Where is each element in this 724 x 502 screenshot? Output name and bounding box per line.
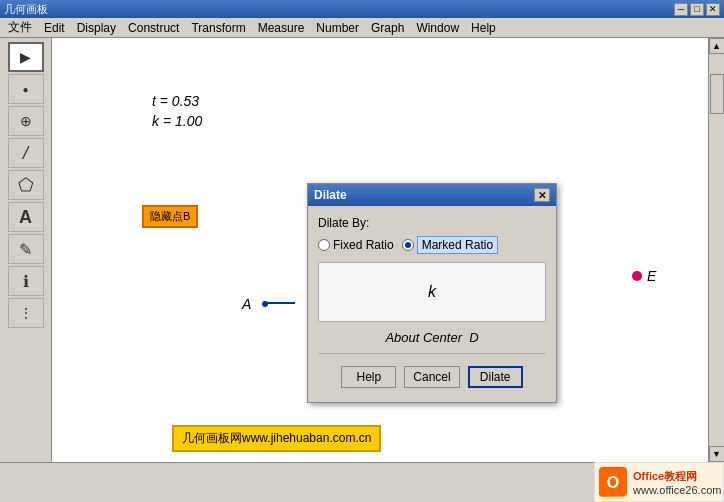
dilate-dialog: Dilate ✕ Dilate By: Fixed Ratio (307, 183, 557, 403)
v-scroll-thumb[interactable] (710, 74, 724, 114)
t-label: t = 0.53 (152, 93, 199, 109)
line-tool[interactable]: / (8, 138, 44, 168)
dialog-title-bar: Dilate ✕ (308, 184, 556, 206)
menu-graph[interactable]: Graph (365, 19, 410, 37)
menu-number[interactable]: Number (310, 19, 365, 37)
marker-tool[interactable]: ✎ (8, 234, 44, 264)
v-scroll-track[interactable] (709, 54, 724, 446)
k-label: k = 1.00 (152, 113, 202, 129)
title-bar-left: 几何画板 (4, 2, 48, 17)
more-tool[interactable]: ⋮ (8, 298, 44, 328)
title-bar: 几何画板 ─ □ ✕ (0, 0, 724, 18)
marked-ratio-radio[interactable] (402, 239, 414, 251)
office-icon: O (599, 467, 627, 497)
point-e-label: E (647, 268, 656, 284)
point-tool[interactable]: ● (8, 74, 44, 104)
center-point: D (469, 330, 478, 345)
menu-edit[interactable]: Edit (38, 19, 71, 37)
menu-construct[interactable]: Construct (122, 19, 185, 37)
about-center-label: About Center (385, 330, 462, 345)
app-title: 几何画板 (4, 2, 48, 17)
office-logo: O Office教程网 www.office26.com (594, 462, 724, 502)
k-symbol: k (428, 283, 436, 300)
office-url: www.office26.com (633, 484, 721, 496)
menu-file[interactable]: 文件 (2, 17, 38, 38)
menu-display[interactable]: Display (71, 19, 122, 37)
office-text: Office教程网 www.office26.com (633, 469, 721, 496)
radio-row: Fixed Ratio Marked Ratio (318, 236, 546, 254)
close-button[interactable]: ✕ (706, 3, 720, 16)
main-area: ▶ ● ⊕ / ⬠ A ✎ ℹ ⋮ t = 0.53 k = 1.00 隐藏点B (0, 38, 724, 478)
menu-bar: 文件 Edit Display Construct Transform Meas… (0, 18, 724, 38)
marked-ratio-label: Marked Ratio (417, 236, 498, 254)
dialog-buttons: Help Cancel Dilate (318, 360, 546, 392)
dialog-title: Dilate (314, 188, 347, 202)
point-e-dot (632, 271, 642, 281)
dilate-button[interactable]: Dilate (468, 366, 523, 388)
v-scroll-down[interactable]: ▼ (709, 446, 725, 462)
info-tool[interactable]: ℹ (8, 266, 44, 296)
polygon-tool[interactable]: ⬠ (8, 170, 44, 200)
toolbar: ▶ ● ⊕ / ⬠ A ✎ ℹ ⋮ (0, 38, 52, 478)
title-bar-controls[interactable]: ─ □ ✕ (674, 3, 720, 16)
help-button[interactable]: Help (341, 366, 396, 388)
menu-transform[interactable]: Transform (185, 19, 251, 37)
svg-text:O: O (607, 474, 619, 491)
menu-help[interactable]: Help (465, 19, 502, 37)
point-a-line (265, 302, 295, 304)
text-tool[interactable]: A (8, 202, 44, 232)
menu-window[interactable]: Window (410, 19, 465, 37)
maximize-button[interactable]: □ (690, 3, 704, 16)
about-center: About Center D (318, 330, 546, 345)
fixed-ratio-radio[interactable] (318, 239, 330, 251)
dilate-by-label: Dilate By: (318, 216, 546, 230)
v-scrollbar: ▲ ▼ (708, 38, 724, 462)
menu-measure[interactable]: Measure (252, 19, 311, 37)
canvas-area: t = 0.53 k = 1.00 隐藏点B A E 几何画板网www.jihe… (52, 38, 708, 462)
marked-ratio-option[interactable]: Marked Ratio (402, 236, 498, 254)
k-display: k (318, 262, 546, 322)
point-a-label: A (242, 296, 251, 312)
office-site-name: Office教程网 (633, 469, 721, 484)
fixed-ratio-label: Fixed Ratio (333, 238, 394, 252)
v-scroll-up[interactable]: ▲ (709, 38, 725, 54)
minimize-button[interactable]: ─ (674, 3, 688, 16)
cancel-button[interactable]: Cancel (404, 366, 459, 388)
hidden-point-b-button[interactable]: 隐藏点B (142, 205, 198, 228)
dialog-body: Dilate By: Fixed Ratio Marked Ratio (308, 206, 556, 402)
select-tool[interactable]: ▶ (8, 42, 44, 72)
watermark: 几何画板网www.jihehuaban.com.cn (172, 425, 381, 452)
dialog-close-button[interactable]: ✕ (534, 188, 550, 202)
dialog-divider (318, 353, 546, 354)
compass-tool[interactable]: ⊕ (8, 106, 44, 136)
fixed-ratio-option[interactable]: Fixed Ratio (318, 238, 394, 252)
